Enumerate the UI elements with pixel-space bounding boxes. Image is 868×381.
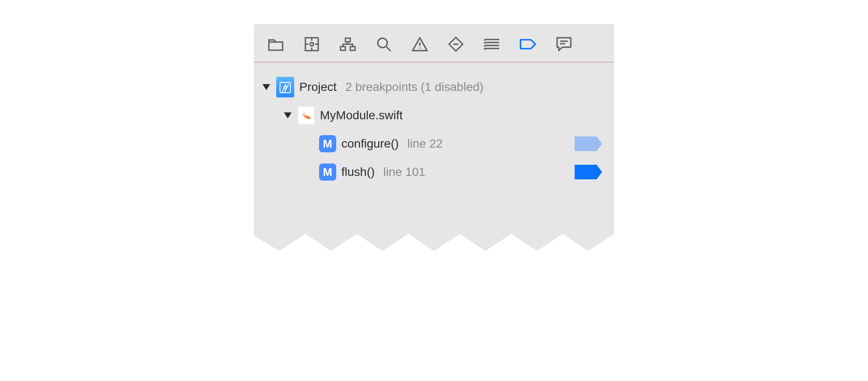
breakpoint-line: line 101	[383, 165, 425, 179]
report-navigator-tab[interactable]	[556, 36, 572, 52]
breakpoint-function: flush()	[341, 165, 375, 179]
svg-point-1	[310, 42, 313, 46]
file-label: MyModule.swift	[320, 109, 403, 122]
project-row[interactable]: Project 2 breakpoints (1 disabled)	[262, 73, 606, 101]
project-detail: 2 breakpoints (1 disabled)	[345, 80, 483, 94]
project-navigator-tab[interactable]	[268, 36, 284, 52]
issue-navigator-tab[interactable]	[412, 36, 428, 52]
breakpoint-indicator-enabled[interactable]	[575, 165, 602, 179]
breakpoint-row[interactable]: M flush() line 101	[262, 158, 606, 186]
disclosure-triangle-icon[interactable]	[262, 82, 271, 92]
debug-navigator-tab[interactable]	[484, 36, 500, 52]
svg-point-5	[378, 38, 387, 48]
method-symbol-icon: M	[319, 163, 336, 181]
file-row[interactable]: MyModule.swift	[262, 101, 606, 130]
svg-point-7	[284, 86, 286, 89]
breakpoint-navigator-panel: Project 2 breakpoints (1 disabled) MyMod…	[254, 24, 614, 251]
source-control-navigator-tab[interactable]	[304, 36, 320, 52]
navigator-toolbar	[254, 24, 614, 63]
breakpoint-function: configure()	[341, 137, 399, 151]
test-navigator-tab[interactable]	[448, 36, 464, 52]
symbol-navigator-tab[interactable]	[340, 36, 356, 52]
torn-edge-decoration	[254, 221, 614, 251]
svg-rect-3	[341, 47, 345, 51]
svg-rect-2	[345, 38, 350, 42]
project-label: Project	[299, 80, 337, 94]
method-symbol-icon: M	[319, 135, 336, 152]
svg-rect-4	[350, 47, 355, 51]
breakpoint-line: line 22	[407, 137, 443, 151]
disclosure-triangle-icon[interactable]	[283, 111, 292, 120]
breakpoint-navigator-tab[interactable]	[520, 36, 536, 52]
xcode-project-icon	[276, 77, 294, 97]
swift-file-icon	[298, 106, 315, 125]
breakpoint-row[interactable]: M configure() line 22	[262, 130, 606, 158]
find-navigator-tab[interactable]	[376, 36, 392, 52]
breakpoint-indicator-disabled[interactable]	[575, 136, 602, 151]
